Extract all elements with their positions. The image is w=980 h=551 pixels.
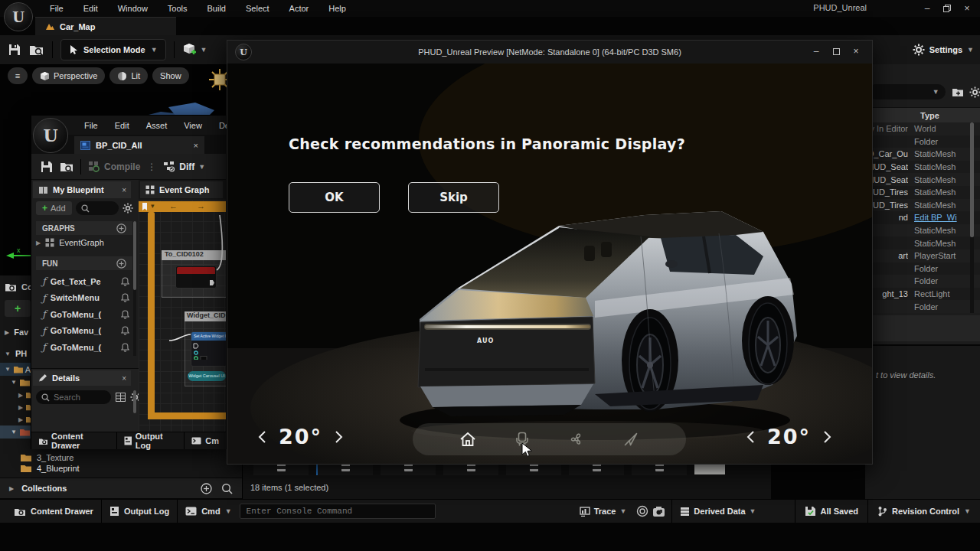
bp-output-log-button[interactable]: Output Log [117,432,185,449]
functions-section-header[interactable]: FUN [36,256,132,270]
outliner-row[interactable]: HUD_Tires_StaticMesh [865,199,980,212]
event-graph-canvas[interactable]: ▾ ← → To_CID0102 Widget_CID+M Set [139,200,226,432]
bp-add-button[interactable]: + Add [36,201,72,215]
console-command-input[interactable] [240,504,436,519]
tree-folder-row[interactable]: ▼ A [0,363,31,376]
function-item[interactable]: ƒ GoToMenu_( [36,323,132,340]
menu-tools[interactable]: Tools [158,4,198,13]
compile-options-icon[interactable]: ⋮ [147,161,156,172]
tree-folder-row-selected[interactable]: ▼ [0,425,31,439]
collections-expand-icon[interactable]: ▶ [9,485,14,492]
derived-data-dropdown[interactable]: Derived Data ▼ [672,507,763,517]
tree-folder-row[interactable]: ▶ [0,389,31,401]
graph-node-carousel[interactable]: Widget Carousel UI [188,371,226,381]
bp-menu-edit[interactable]: Edit [106,121,138,130]
bp-browse-icon[interactable] [60,161,74,173]
outliner-row[interactable]: Folder [865,135,980,148]
bookmark-icon[interactable] [142,203,148,210]
preview-viewport[interactable]: AUO Check recommendations in Panoramic D… [227,64,872,464]
function-item[interactable]: ƒ GoToMenu_( [36,306,132,323]
unreal-logo-icon[interactable]: U [4,2,33,31]
outliner-row[interactable]: HUD_Seat_StaticMesh [865,173,980,186]
function-item[interactable]: ƒ SwitchMenu [36,290,132,307]
tab-car-map[interactable]: Car_Map [35,17,176,35]
bp-asset-tab[interactable]: BP_CID_All × [74,136,204,154]
details-close-icon[interactable]: × [122,374,126,383]
output-log-button[interactable]: Output Log [102,500,177,523]
settings-dropdown[interactable]: Settings ▼ [913,40,974,60]
outliner-row[interactable]: UD_Car_OuStaticMesh [865,148,980,161]
menu-file[interactable]: File [40,4,74,13]
skip-button[interactable]: Skip [408,182,499,213]
project-root-item[interactable]: ▼ PH [5,349,27,358]
cmd-dropdown[interactable]: Cmd ▼ [178,500,239,523]
outliner-row[interactable]: HUD_Seat_StaticMesh [865,161,980,174]
tree-folder-row[interactable]: ▶ [0,413,31,425]
bp-menu-asset[interactable]: Asset [138,121,176,130]
viewport-menu-icon[interactable]: ≡ [8,67,28,84]
all-saved-button[interactable]: All Saved [795,506,868,517]
content-drawer-button[interactable]: Content Drawer [6,500,101,523]
function-item[interactable]: ƒ GoToMenu_( [36,339,132,356]
nav-back-icon[interactable]: ← [169,201,178,210]
outliner-row[interactable]: Folder [865,262,980,276]
menu-help[interactable]: Help [318,4,356,13]
menu-window[interactable]: Window [108,4,158,13]
comment-b-title[interactable]: Widget_CID+M [185,311,226,321]
revision-control-dropdown[interactable]: Revision Control ▼ [868,506,980,517]
graphs-section-header[interactable]: GRAPHS [36,221,132,235]
navigation-icon[interactable] [622,431,639,448]
outliner-row[interactable]: Folder [865,275,980,288]
compile-button[interactable]: Compile [88,161,140,172]
folder-item-texture[interactable]: 3_Texture [20,453,74,462]
preview-maximize-icon[interactable] [826,44,846,58]
insights-session-icon[interactable] [636,505,648,517]
screenshot-icon[interactable] [652,506,665,517]
add-actor-dropdown[interactable]: ▼ [182,42,207,57]
ok-button[interactable]: OK [289,182,380,213]
folder-item-blueprint[interactable]: 4_Blueprint [20,464,80,473]
temp-down-icon[interactable] [258,430,266,444]
bp-menu-file[interactable]: File [76,121,106,130]
restore-icon[interactable] [937,2,957,15]
add-content-button[interactable]: + [5,300,31,317]
outliner-row[interactable]: ght_13RectLight [865,288,980,301]
outliner-row[interactable]: HUD_Tires_StaticMesh [865,186,980,199]
panel-close-icon[interactable]: × [122,186,126,194]
bp-panel-gear-icon[interactable] [122,203,133,214]
details-scrollbar[interactable] [133,390,136,413]
details-search-input[interactable]: Search [36,390,111,404]
home-icon[interactable] [459,431,476,448]
property-matrix-icon[interactable] [116,393,126,402]
graph-node-set-widget[interactable]: Set Active Widget In [191,331,226,367]
my-blueprint-scrollbar[interactable] [133,221,136,356]
chevron-down-icon[interactable]: ▾ [151,202,155,210]
menu-edit[interactable]: Edit [74,4,108,13]
menu-build[interactable]: Build [198,4,236,13]
menu-select[interactable]: Select [236,4,279,13]
my-blueprint-tab[interactable]: My Blueprint × [33,181,131,198]
outliner-search-input[interactable]: ▼ [868,84,946,99]
close-icon[interactable]: × [957,2,977,15]
menu-actor[interactable]: Actor [279,4,319,13]
show-dropdown[interactable]: Show [152,67,189,84]
expand-icon[interactable]: ▶ [36,240,41,246]
bp-menu-view[interactable]: View [175,121,211,130]
tab-close-icon[interactable]: × [194,141,198,150]
preview-minimize-icon[interactable]: – [806,44,826,58]
diff-dropdown[interactable]: Diff ▼ [163,161,205,172]
preview-close-icon[interactable]: × [846,44,866,58]
graph-node-red[interactable] [175,266,217,289]
lit-dropdown[interactable]: Lit [109,67,148,84]
bp-save-icon[interactable] [41,161,53,173]
outliner-row[interactable]: StaticMesh [865,236,980,249]
temp-down-icon[interactable] [746,430,755,444]
bp-search-input[interactable] [76,201,119,215]
outliner-row-edit-link[interactable]: ndEdit BP_Wi [865,211,980,224]
outliner-settings-gear-icon[interactable] [969,86,980,98]
perspective-dropdown[interactable]: Perspective [32,67,105,84]
tree-folder-row[interactable]: ▶ [0,401,31,413]
browse-content-icon[interactable] [29,43,44,57]
collections-bar[interactable]: ▶ Collections [0,478,242,499]
details-tab[interactable]: Details × [33,370,131,386]
